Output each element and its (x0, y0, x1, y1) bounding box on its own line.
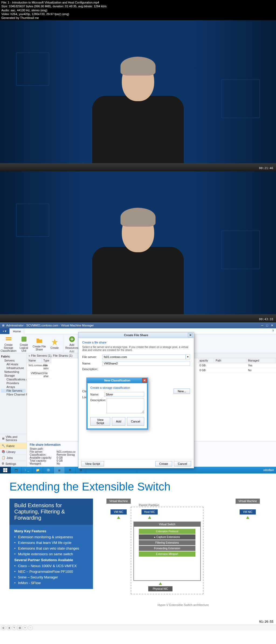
section-2: Several Partner Solutions Available (14, 558, 88, 562)
list-item: Extension monitoring & uniqueness (14, 534, 88, 540)
table-row[interactable]: fs01.contoso.comFile serv (27, 363, 51, 371)
table-row[interactable]: 0 GBYes (198, 363, 276, 368)
help-icon[interactable]: ? (270, 328, 276, 334)
cancel-button[interactable]: Cancel (174, 461, 191, 466)
btn-add-resources[interactable]: Add Resources (64, 335, 79, 350)
tray-watermark: nitroflare (261, 467, 276, 473)
svg-rect-6 (5, 468, 7, 470)
col-managed[interactable]: Managed (246, 358, 276, 363)
btn-create-logical-unit[interactable]: Create Logical Unit (16, 335, 31, 353)
section-1: Many Key Features (14, 529, 88, 533)
list-item: Extensions that learn VM life cycle (14, 540, 88, 546)
arch-nic1: VM NIC (111, 509, 127, 514)
node-class[interactable]: Classifications and Poo (1, 377, 26, 381)
node-fileservers[interactable]: File Servers (1, 389, 26, 393)
box-body: Many Key Features Extension monitoring &… (9, 525, 93, 589)
arch-layer: Forwarding Extension (139, 546, 195, 551)
dialog-title[interactable]: Create File Share ✕ (78, 332, 194, 338)
task-explorer[interactable]: 📁 (32, 467, 43, 473)
bottom-toolbar: ◐ ◑ ✎ ▦ + − (0, 625, 276, 631)
nav-header: Fabric (1, 354, 26, 359)
view-script-button[interactable]: View Script (81, 461, 104, 466)
metadata-overlay: File: 1 - Introduction to Microsoft Virt… (0, 0, 276, 20)
svg-rect-8 (5, 470, 7, 472)
start-button[interactable] (0, 467, 11, 473)
task-app1[interactable]: ⚙ (65, 467, 75, 473)
arch-vm2: Virtual Machine (236, 499, 260, 504)
task-powershell[interactable]: 〉_ (22, 467, 32, 473)
node-fibre[interactable]: Fibre Channel Fabrics (1, 393, 26, 396)
dropdown-icon[interactable]: ▾ (186, 354, 190, 359)
add-button[interactable]: Add (112, 417, 125, 426)
node-providers[interactable]: Providers (1, 381, 26, 385)
arch-layer: Extension Miniport (139, 551, 195, 557)
vmm-window: 🖥 Administrator - SCVMM01.contoso.com - … (0, 322, 276, 473)
wun-fabric[interactable]: 🔧Fabric (0, 443, 27, 449)
inner-header: Create a storage classification (90, 386, 144, 389)
col-capacity[interactable]: apacity (198, 358, 214, 363)
minimize-button[interactable]: ─ (260, 324, 265, 327)
node-infra[interactable]: Infrastructure (1, 366, 26, 370)
fileserver-select[interactable] (102, 355, 186, 359)
new-classification-dialog: New Classification ✕ Create a storage cl… (86, 377, 148, 430)
view-script-button[interactable]: View Script (90, 417, 110, 426)
tab-home[interactable]: Home (9, 329, 24, 334)
list-item: Multiple extensions on same switch (14, 551, 88, 557)
btn-create-storage-class[interactable]: Create Storage Classification (1, 335, 16, 353)
col-name[interactable]: Name (27, 358, 42, 363)
classification-desc-input[interactable] (106, 398, 144, 413)
arch-vswitch: Virtual Switch (134, 522, 200, 527)
content-pane: « File Servers (1), File Shares (1) Name… (27, 353, 276, 467)
inner-dialog-title[interactable]: New Classification ✕ (87, 378, 148, 383)
window-titlebar[interactable]: 🖥 Administrator - SCVMM01.contoso.com - … (0, 322, 276, 328)
wun-jobs[interactable]: 📋Jobs (0, 455, 27, 461)
wun-library[interactable]: 📚Library (0, 449, 27, 455)
cancel-button[interactable]: Cancel (127, 417, 144, 426)
meta-size: Size: 1045325637 bytes (996.90 MiB), dur… (1, 4, 275, 8)
slide-frame: Extending the Extensible Switch Build Ex… (0, 473, 276, 625)
col-type[interactable]: Type (42, 358, 51, 363)
node-storage[interactable]: Storage (1, 374, 26, 377)
share-name-input[interactable] (102, 361, 190, 366)
task-ie[interactable]: ⓔ (43, 467, 54, 473)
tool-4[interactable]: ▦ (17, 625, 22, 630)
tool-2[interactable]: ◑ (6, 625, 11, 630)
arch-layer: ▸ Capture Extensions (139, 534, 195, 540)
table-row[interactable]: 0 GBNo (198, 368, 276, 373)
task-vmm[interactable]: 🖥 (54, 467, 65, 473)
tool-zoom-in[interactable]: + (23, 625, 27, 630)
wunderbar: 🖥VMs and Services 🔧Fabric 📚Library 📋Jobs… (0, 434, 27, 467)
table-row[interactable]: VMShare1File shar (27, 371, 51, 379)
wun-settings[interactable]: ⚙Settings (0, 461, 27, 467)
task-server-manager[interactable]: 🗔 (11, 467, 22, 473)
node-networking[interactable]: Networking (1, 370, 26, 374)
arrow-up-icon (148, 516, 151, 519)
classification-name-input[interactable] (104, 392, 144, 397)
arrow-up-icon (246, 516, 249, 519)
group-add: Add (64, 350, 79, 353)
col-path[interactable]: Path (214, 358, 246, 363)
create-button[interactable]: Create (155, 461, 172, 466)
btn-create-file-share[interactable]: Create File Share (32, 335, 47, 353)
maximize-button[interactable]: □ (265, 324, 270, 327)
node-arrays[interactable]: Arrays (1, 385, 26, 389)
tool-3[interactable]: ✎ (12, 625, 17, 630)
node-servers[interactable]: Servers (1, 359, 26, 362)
close-icon[interactable]: ✕ (188, 333, 193, 337)
btn-create[interactable]: Create (47, 335, 62, 353)
nav-pane: Fabric Servers All Hosts Infrastructure … (0, 353, 27, 467)
arch-physnic: Physical NIC (148, 586, 172, 591)
close-icon[interactable]: ✕ (142, 378, 147, 383)
timestamp-1: 00:21:46 (259, 166, 273, 170)
tool-1[interactable]: ◐ (1, 625, 6, 630)
tool-zoom-out[interactable]: − (28, 625, 33, 630)
arch-vm1: Virtual Machine (106, 499, 131, 504)
close-button[interactable]: ✕ (270, 324, 274, 327)
tab-file[interactable]: ▪ ▾ (0, 328, 9, 334)
arch-caption: Hyper-V Extensible Switch architecture (100, 603, 267, 606)
node-allhosts[interactable]: All Hosts (1, 362, 26, 366)
wun-vms[interactable]: 🖥VMs and Services (0, 434, 27, 443)
presenter (87, 58, 189, 171)
meta-file: File: 1 - Introduction to Microsoft Virt… (1, 1, 275, 4)
new-classification-button[interactable]: New... (174, 389, 190, 394)
